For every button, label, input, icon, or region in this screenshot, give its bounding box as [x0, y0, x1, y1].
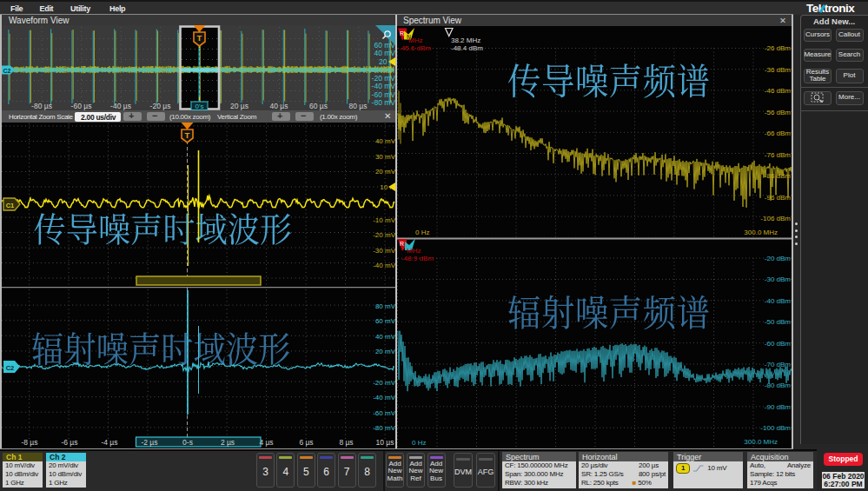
svg-text:-66 dBm: -66 dBm	[765, 129, 792, 137]
svg-text:C2: C2	[6, 364, 15, 372]
svg-text:-90 dBm: -90 dBm	[765, 403, 792, 411]
svg-text:-80 mV: -80 mV	[373, 424, 395, 432]
svg-text:30 mV: 30 mV	[375, 153, 396, 161]
svg-text:-40 dBm: -40 dBm	[765, 297, 792, 305]
svg-text:-40 mV: -40 mV	[372, 82, 396, 90]
svg-text:-50 dBm: -50 dBm	[765, 318, 792, 326]
svg-text:-48.9 dBm: -48.9 dBm	[401, 255, 434, 262]
svg-text:-20 mV: -20 mV	[372, 74, 396, 83]
svg-text:-20 mV: -20 mV	[373, 379, 395, 387]
svg-text:-100 dBm: -100 dBm	[760, 424, 791, 432]
svg-text:-4 µs: -4 µs	[101, 438, 117, 447]
svg-text:-60 µs: -60 µs	[71, 102, 92, 110]
svg-text:8 µs: 8 µs	[339, 438, 353, 447]
svg-text:20 µs: 20 µs	[230, 102, 248, 110]
svg-text:-30 mV: -30 mV	[373, 247, 395, 255]
svg-text:-26 dBm: -26 dBm	[765, 44, 792, 52]
svg-text:-46 dBm: -46 dBm	[765, 87, 792, 95]
svg-text:C1: C1	[6, 202, 15, 209]
svg-text:-60 mV: -60 mV	[372, 90, 396, 99]
svg-text:20 mV: 20 mV	[375, 348, 396, 355]
svg-text:4 µs: 4 µs	[259, 438, 273, 447]
svg-text:-48.4 dBm: -48.4 dBm	[451, 44, 483, 52]
svg-text:38.2 MHz: 38.2 MHz	[451, 36, 480, 43]
svg-text:0-s: 0-s	[182, 438, 193, 447]
svg-text:-60 mV: -60 mV	[373, 409, 395, 417]
svg-text:-40 µs: -40 µs	[110, 102, 131, 110]
svg-text:-106 dBm: -106 dBm	[760, 215, 791, 222]
svg-text:-10 mV: -10 mV	[373, 216, 395, 224]
svg-text:-86 dBm: -86 dBm	[765, 172, 792, 180]
svg-text:0's: 0's	[195, 103, 204, 110]
svg-text:80 mV: 80 mV	[375, 302, 396, 310]
svg-text:R: R	[400, 241, 404, 247]
svg-text:300.0 MHz: 300.0 MHz	[744, 228, 778, 236]
svg-text:MHz: MHz	[408, 36, 422, 43]
svg-text:-70 dBm: -70 dBm	[765, 361, 792, 368]
svg-text:-80 µs: -80 µs	[31, 102, 52, 110]
svg-text:-80 dBm: -80 dBm	[765, 382, 792, 389]
svg-text:60 µs: 60 µs	[309, 102, 328, 110]
svg-text:-56 dBm: -56 dBm	[765, 108, 792, 116]
svg-text:R: R	[400, 30, 404, 36]
svg-text:-40 mV: -40 mV	[373, 394, 395, 401]
svg-text:40 mV: 40 mV	[374, 49, 395, 57]
svg-text:-8 µs: -8 µs	[21, 438, 37, 447]
svg-text:10 µs: 10 µs	[376, 438, 394, 447]
svg-text:300.0 MHz: 300.0 MHz	[744, 438, 778, 446]
svg-text:40 mV: 40 mV	[375, 333, 396, 341]
svg-text:-60 dBm: -60 dBm	[765, 340, 792, 348]
svg-text:-30 dBm: -30 dBm	[765, 275, 792, 283]
svg-text:T: T	[197, 33, 202, 43]
svg-text:-76 dBm: -76 dBm	[765, 150, 792, 158]
svg-text:-96 dBm: -96 dBm	[765, 193, 792, 201]
svg-text:-80 mV: -80 mV	[372, 98, 396, 107]
svg-text:T: T	[185, 130, 190, 140]
svg-text:-20 µs: -20 µs	[150, 102, 171, 110]
svg-text:6 µs: 6 µs	[299, 438, 313, 447]
svg-text:-6 µs: -6 µs	[61, 438, 77, 447]
svg-text:80 µs: 80 µs	[349, 102, 368, 110]
svg-text:40 µs: 40 µs	[270, 102, 288, 110]
svg-text:-20 mV: -20 mV	[373, 231, 395, 239]
svg-text:-36 dBm: -36 dBm	[765, 65, 792, 73]
svg-text:0 Hz: 0 Hz	[415, 228, 429, 236]
svg-text:-20 dBm: -20 dBm	[765, 255, 792, 262]
svg-text:-45.6 dBm: -45.6 dBm	[399, 44, 431, 52]
svg-text:0 Hz: 0 Hz	[412, 439, 426, 447]
svg-text:20 mV: 20 mV	[375, 168, 396, 176]
svg-text:C2: C2	[3, 68, 11, 74]
svg-text:60 mV: 60 mV	[375, 317, 396, 325]
svg-text:40 mV: 40 mV	[375, 137, 396, 145]
svg-text:-2 µs: -2 µs	[141, 438, 157, 447]
svg-text:-40 mV: -40 mV	[373, 262, 395, 269]
svg-text:2 µs: 2 µs	[221, 438, 235, 447]
